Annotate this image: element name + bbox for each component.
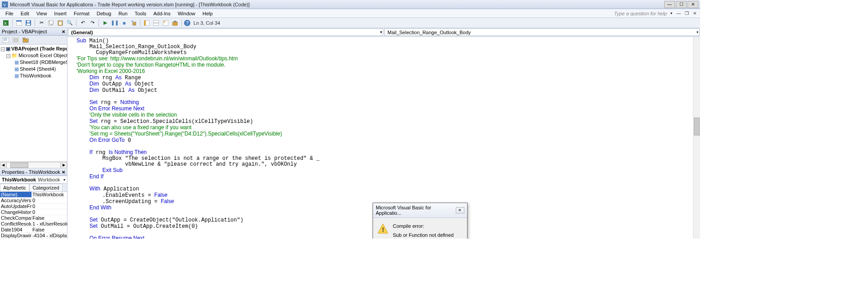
reset-icon[interactable]: ■ [120,19,128,27]
break-icon[interactable]: ❚❚ [111,19,119,27]
menu-tools[interactable]: Tools [131,10,150,17]
project-pane-title-text: Project - VBAProject [2,29,47,34]
code-vscrollbar[interactable] [693,37,700,239]
maximize-button[interactable]: ☐ [676,1,687,8]
help-search-input[interactable]: Type a question for help [614,11,670,16]
menu-file[interactable]: File [2,10,17,17]
object-dropdown-value: (General) [71,30,93,35]
svg-marker-22 [173,21,177,22]
svg-rect-16 [144,20,146,26]
procedure-dropdown-value: Mail_Selection_Range_Outlook_Body [387,30,471,35]
dialog-message-line1: Compile error: [393,223,463,229]
warning-icon: ! [378,223,388,234]
property-row[interactable]: ChangeHistoryDuration0 [0,209,67,215]
scroll-right-icon[interactable]: ▶ [61,162,67,168]
mdi-restore-button[interactable]: ❐ [683,10,690,17]
object-browser-icon[interactable] [162,19,170,27]
dialog-message-line2: Sub or Function not defined [393,232,463,238]
error-dialog: Microsoft Visual Basic for Applicatio...… [373,203,468,239]
minimize-button[interactable]: — [664,1,675,8]
project-explorer-icon[interactable] [143,19,151,27]
svg-rect-27 [14,39,18,41]
project-tree[interactable]: −▣VBAProject (Trade Report working versi… [0,45,67,161]
menu-insert[interactable]: Insert [50,10,70,17]
procedure-dropdown[interactable]: Mail_Selection_Range_Outlook_Body▾ [384,28,700,36]
tab-categorized[interactable]: Categorized [29,184,62,191]
menu-view[interactable]: View [33,10,51,17]
copy-icon[interactable] [47,19,55,27]
close-button[interactable]: ✕ [688,1,698,8]
menu-format[interactable]: Format [70,10,93,17]
view-object-icon[interactable] [12,36,20,44]
properties-pane-close-icon[interactable]: ✕ [62,170,65,175]
dropdown-icon[interactable]: ▾ [380,30,382,34]
help-search-dropdown-icon[interactable]: ▾ [670,11,672,15]
scroll-thumb[interactable] [694,118,700,136]
expand-icon[interactable]: − [6,54,10,58]
property-row[interactable]: ConflictResolution1 - xlUserResolution [0,221,67,227]
toolbox-icon[interactable] [171,19,179,27]
project-pane-title: Project - VBAProject ✕ [0,28,67,36]
menu-run[interactable]: Run [115,10,131,17]
property-row[interactable]: DisplayDrawingObjects-4104 - xlDisplaySh… [0,233,67,239]
property-row[interactable]: (Name)ThisWorkbook [0,192,67,198]
vbaproject-icon: ▣ [6,46,10,51]
app-icon: V [2,1,8,8]
properties-window-icon[interactable] [152,19,160,27]
property-row[interactable]: AutoUpdateFrequency0 [0,204,67,209]
mdi-close-button[interactable]: ✕ [691,10,698,17]
svg-rect-29 [23,38,25,39]
project-pane-close-icon[interactable]: ✕ [62,29,65,34]
tree-root[interactable]: VBAProject (Trade Report working version… [11,46,67,51]
menu-debug[interactable]: Debug [93,10,115,17]
menu-window[interactable]: Window [174,10,199,17]
svg-rect-5 [16,20,22,22]
tree-folder[interactable]: Microsoft Excel Objects [18,53,67,58]
object-dropdown[interactable]: (General)▾ [68,28,383,36]
svg-rect-7 [27,23,30,25]
dialog-close-icon[interactable]: ✕ [456,207,465,213]
cursor-position: Ln 3, Col 34 [193,20,220,26]
dropdown-icon[interactable]: ▾ [697,30,698,34]
properties-object-name: ThisWorkbook [2,177,36,182]
cut-icon[interactable]: ✂ [37,19,45,27]
property-row[interactable]: CheckCompatibilityFalse [0,215,67,221]
tree-item[interactable]: ▦Sheet18 (RDBMergeSheet) [1,59,66,66]
main-toolbar: X ✂ 🔍 ↶ ↷ ▶ ❚❚ ■ ? Ln 3, Col 34 [0,18,700,28]
design-mode-icon[interactable] [130,19,138,27]
tree-item[interactable]: ▦Sheet4 (Sheet4) [1,66,66,72]
menu-help[interactable]: Help [199,10,216,17]
svg-text:V: V [3,3,6,7]
dialog-title-bar[interactable]: Microsoft Visual Basic for Applicatio...… [373,203,467,218]
properties-grid[interactable]: (Name)ThisWorkbookAccuracyVersion0AutoUp… [0,192,67,239]
project-hscrollbar[interactable]: ◀ ▶ [0,161,67,168]
view-code-icon[interactable] [2,36,10,44]
svg-rect-12 [59,22,62,25]
insert-module-icon[interactable] [15,19,23,27]
project-toolbar [0,36,67,45]
save-icon[interactable] [24,19,32,27]
menu-edit[interactable]: Edit [17,10,33,17]
run-icon[interactable]: ▶ [101,19,109,27]
svg-rect-8 [27,21,30,23]
help-icon[interactable]: ? [184,20,190,26]
view-excel-icon[interactable]: X [2,19,10,27]
paste-icon[interactable] [56,19,64,27]
property-row[interactable]: AccuracyVersion0 [0,198,67,204]
scroll-thumb[interactable] [10,163,28,168]
expand-icon[interactable]: − [1,47,5,51]
properties-pane-title-text: Properties - ThisWorkbook [2,169,60,175]
mdi-minimize-button[interactable]: — [675,10,682,17]
properties-object-dropdown[interactable]: ThisWorkbook Workbook ▾ [0,176,67,184]
find-icon[interactable]: 🔍 [66,19,74,27]
redo-icon[interactable]: ↷ [88,19,96,27]
undo-icon[interactable]: ↶ [79,19,87,27]
dropdown-icon[interactable]: ▾ [63,178,65,182]
tab-alphabetic[interactable]: Alphabetic [0,184,29,191]
tree-item[interactable]: ▦ThisWorkbook [1,72,66,79]
scroll-left-icon[interactable]: ◀ [0,162,6,168]
menu-addins[interactable]: Add-Ins [150,10,174,17]
toggle-folders-icon[interactable] [22,36,30,44]
property-row[interactable]: Date1904False [0,227,67,233]
svg-text:!: ! [382,226,384,233]
